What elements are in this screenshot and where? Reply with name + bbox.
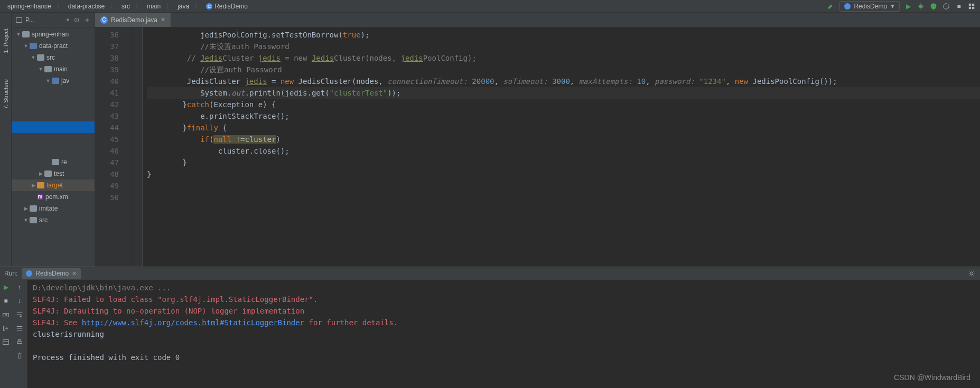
maven-icon: m: [37, 194, 43, 200]
chevron-down-icon[interactable]: ▼: [66, 17, 70, 23]
editor-body[interactable]: 363738394041424344454647484950 jedisPool…: [95, 27, 980, 267]
code-line[interactable]: if(null !=cluster): [147, 134, 980, 145]
console-action-gutter: ↑ ↓: [12, 280, 27, 388]
search-icon[interactable]: [967, 2, 976, 11]
profiler-icon[interactable]: [942, 2, 950, 11]
breadcrumb-item[interactable]: main: [144, 2, 164, 11]
close-icon[interactable]: ✕: [161, 16, 165, 23]
svg-rect-12: [3, 340, 9, 345]
console-line: SLF4J: Failed to load class "org.slf4j.i…: [33, 294, 975, 305]
tree-item[interactable]: [12, 110, 95, 121]
editor-tab-label: RedisDemo.java: [111, 16, 157, 24]
project-tree[interactable]: spring-enhandata-practsrcmainjavretestta…: [12, 27, 95, 267]
svg-rect-10: [3, 313, 9, 317]
close-icon[interactable]: ✕: [72, 270, 77, 277]
tree-item[interactable]: re: [12, 156, 95, 168]
tree-item-label: src: [46, 54, 55, 61]
run-tab[interactable]: RedisDemo ✕: [22, 268, 81, 279]
project-tool-label[interactable]: 1: Project: [3, 29, 9, 53]
tree-arrow-icon[interactable]: [22, 206, 30, 211]
tree-item[interactable]: target: [12, 179, 95, 191]
tree-item[interactable]: [12, 133, 95, 145]
tree-item[interactable]: jav: [12, 75, 95, 87]
tree-item[interactable]: src: [12, 52, 95, 63]
code-line[interactable]: }catch(Exception e) {: [147, 99, 980, 110]
print-icon[interactable]: [15, 338, 24, 346]
console-line: [33, 340, 975, 352]
hammer-icon[interactable]: [827, 2, 835, 11]
gear-icon[interactable]: [967, 269, 976, 278]
tree-item[interactable]: test: [12, 168, 95, 179]
rerun-icon[interactable]: ▶: [2, 283, 10, 291]
code-line[interactable]: [147, 180, 980, 192]
code-line[interactable]: }: [147, 168, 980, 180]
tree-arrow-icon[interactable]: [30, 183, 37, 188]
tree-arrow-icon[interactable]: [37, 171, 44, 176]
camera-icon[interactable]: [2, 310, 10, 319]
wrap-icon[interactable]: [15, 310, 24, 319]
tree-arrow-icon[interactable]: [37, 67, 44, 72]
line-number: 44: [95, 122, 119, 134]
run-icon[interactable]: ▶: [904, 2, 912, 11]
collapse-icon[interactable]: [83, 16, 91, 24]
console-output[interactable]: D:\develop\jdk\bin\java.exe ...SLF4J: Fa…: [27, 280, 980, 388]
tree-arrow-icon[interactable]: [22, 43, 30, 49]
coverage-icon[interactable]: [929, 2, 938, 11]
console-line: Process finished with exit code 0: [33, 352, 975, 363]
layout-icon[interactable]: [2, 338, 10, 346]
code-line[interactable]: e.printStackTrace();: [147, 110, 980, 122]
scroll-icon[interactable]: [15, 324, 24, 333]
project-icon[interactable]: [15, 16, 23, 24]
console-line: SLF4J: Defaulting to no-operation (NOP) …: [33, 305, 975, 317]
folder-icon: [37, 54, 44, 61]
code-line[interactable]: }finally {: [147, 122, 980, 134]
code-content[interactable]: jedisPoolConfig.setTestOnBorrow(true); /…: [143, 27, 980, 267]
folder-icon: [37, 182, 44, 188]
code-line[interactable]: jedisPoolConfig.setTestOnBorrow(true);: [147, 29, 980, 41]
tree-arrow-icon[interactable]: [22, 217, 30, 223]
debug-icon[interactable]: [917, 2, 925, 11]
tree-arrow-icon[interactable]: [15, 32, 22, 37]
tree-arrow-icon[interactable]: [44, 78, 52, 83]
folder-icon: [52, 159, 59, 165]
breadcrumb-item[interactable]: data-practise: [65, 2, 108, 11]
up-icon[interactable]: ↑: [15, 283, 24, 291]
folder-icon: [44, 66, 52, 72]
code-line[interactable]: }: [147, 157, 980, 168]
breadcrumb-item[interactable]: spring-enhance: [4, 2, 54, 11]
tree-item[interactable]: spring-enhan: [12, 29, 95, 40]
breadcrumb-item[interactable]: java: [174, 2, 192, 11]
tree-item[interactable]: data-pract: [12, 40, 95, 52]
tree-item[interactable]: main: [12, 63, 95, 75]
run-config-selector[interactable]: RedisDemo ▼: [839, 1, 900, 12]
line-number: 42: [95, 99, 119, 110]
console-line: D:\develop\jdk\bin\java.exe ...: [33, 282, 975, 294]
breadcrumb-item[interactable]: src: [118, 2, 133, 11]
tree-item[interactable]: [12, 121, 95, 133]
breadcrumb-item[interactable]: CRedisDemo: [203, 2, 251, 11]
exit-icon[interactable]: [2, 324, 10, 333]
code-line[interactable]: //未设置auth Password: [147, 41, 980, 52]
down-icon[interactable]: ↓: [15, 297, 24, 305]
tree-item[interactable]: imitate: [12, 203, 95, 214]
tree-item[interactable]: [12, 98, 95, 110]
stop-icon[interactable]: ■: [955, 2, 963, 11]
tree-item[interactable]: mpom.xm: [12, 191, 95, 203]
structure-tool-label[interactable]: 7: Structure: [3, 79, 9, 109]
code-line[interactable]: [147, 192, 980, 203]
code-line[interactable]: // JedisCluster jedis = new JedisCluster…: [147, 52, 980, 64]
svg-point-8: [76, 20, 77, 21]
tree-item[interactable]: [12, 87, 95, 98]
target-icon[interactable]: [72, 16, 81, 24]
svg-point-9: [970, 272, 973, 275]
trash-icon[interactable]: [15, 352, 24, 360]
tree-item[interactable]: [12, 145, 95, 156]
code-line[interactable]: JedisCluster jedis = new JedisCluster(no…: [147, 75, 980, 87]
tree-item[interactable]: src: [12, 214, 95, 226]
tree-arrow-icon[interactable]: [30, 55, 37, 60]
stop-icon[interactable]: ■: [2, 297, 10, 305]
editor-tab[interactable]: C RedisDemo.java ✕: [95, 13, 171, 27]
code-line[interactable]: cluster.close();: [147, 145, 980, 157]
code-line[interactable]: //设置auth Password: [147, 64, 980, 75]
code-line[interactable]: System.out.println(jedis.get("clusterTes…: [147, 87, 980, 99]
